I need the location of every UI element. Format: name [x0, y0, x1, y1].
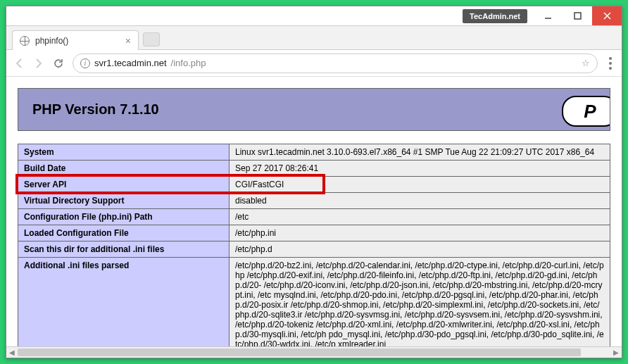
scroll-left-icon[interactable]: ◀ [6, 349, 18, 356]
page-content: PHP Version 7.1.10 P SystemLinux svr1.te… [6, 77, 622, 358]
info-key: Virtual Directory Support [18, 193, 230, 209]
scroll-right-icon[interactable]: ▶ [610, 349, 622, 356]
php-logo: P [562, 96, 610, 127]
browser-tab[interactable]: phpinfo() × [12, 30, 139, 50]
info-key: Scan this dir for additional .ini files [18, 241, 230, 258]
table-row: Configuration File (php.ini) Path/etc [18, 209, 610, 225]
tab-close-icon[interactable]: × [125, 35, 131, 46]
info-key: Loaded Configuration File [18, 225, 230, 241]
tab-strip: phpinfo() × [6, 26, 622, 50]
window-maximize-button[interactable] [563, 6, 592, 25]
browser-menu-button[interactable] [606, 54, 615, 73]
info-value: /etc/php.d/20-bz2.ini, /etc/php.d/20-cal… [230, 258, 610, 353]
url-host: svr1.tecadmin.net [94, 58, 167, 68]
info-value: /etc/php.d [230, 241, 610, 258]
reload-button[interactable] [53, 58, 64, 69]
browser-window: TecAdmin.net phpinfo() × i svr1.t [6, 6, 622, 358]
info-value: Sep 27 2017 08:26:41 [230, 161, 610, 177]
back-button[interactable] [13, 58, 25, 69]
scroll-thumb[interactable] [18, 349, 581, 356]
window-minimize-button[interactable] [533, 6, 563, 25]
table-row: SystemLinux svr1.tecadmin.net 3.10.0-693… [18, 144, 610, 161]
forward-button[interactable] [33, 58, 44, 69]
table-row: Build DateSep 27 2017 08:26:41 [18, 161, 610, 177]
table-row: Loaded Configuration File/etc/php.ini [18, 225, 610, 241]
url-input[interactable]: i svr1.tecadmin.net/info.php ☆ [73, 54, 598, 73]
info-value: /etc/php.ini [230, 225, 610, 241]
info-value: disabled [230, 193, 610, 209]
site-info-icon[interactable]: i [80, 58, 90, 68]
table-row: Additional .ini files parsed/etc/php.d/2… [18, 258, 610, 353]
bookmark-icon[interactable]: ☆ [582, 58, 590, 68]
info-key: Server API [18, 177, 230, 193]
info-key: System [18, 144, 230, 161]
php-version-banner: PHP Version 7.1.10 P [18, 88, 610, 131]
table-row: Virtual Directory Supportdisabled [18, 193, 610, 209]
window-titlebar: TecAdmin.net [6, 6, 622, 26]
address-bar: i svr1.tecadmin.net/info.php ☆ [6, 50, 622, 77]
svg-rect-1 [574, 13, 581, 19]
window-close-button[interactable] [592, 6, 622, 25]
info-value: CGI/FastCGI [230, 177, 610, 193]
url-path: /info.php [171, 58, 206, 68]
info-key: Additional .ini files parsed [18, 258, 230, 353]
scroll-track[interactable] [18, 347, 610, 358]
table-row: Server APICGI/FastCGI [18, 177, 610, 193]
tab-title: phpinfo() [35, 36, 68, 46]
info-key: Build Date [18, 161, 230, 177]
info-key: Configuration File (php.ini) Path [18, 209, 230, 225]
new-tab-button[interactable] [143, 32, 160, 46]
horizontal-scrollbar[interactable]: ◀ ▶ [6, 346, 622, 358]
globe-icon [20, 36, 30, 46]
info-value: Linux svr1.tecadmin.net 3.10.0-693.el7.x… [230, 144, 610, 161]
page-title: PHP Version 7.1.10 [32, 101, 596, 118]
phpinfo-table: SystemLinux svr1.tecadmin.net 3.10.0-693… [18, 144, 610, 353]
table-row: Scan this dir for additional .ini files/… [18, 241, 610, 258]
site-badge: TecAdmin.net [463, 9, 527, 23]
info-value: /etc [230, 209, 610, 225]
